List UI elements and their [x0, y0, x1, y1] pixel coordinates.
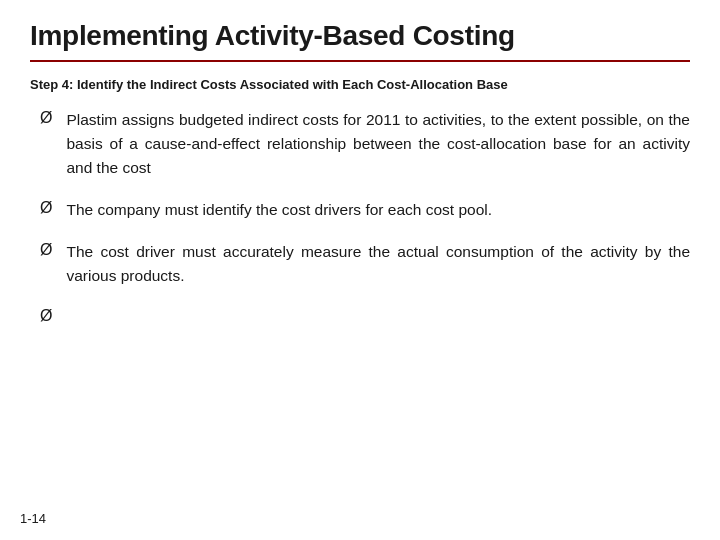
bullet-item-3: Ø The cost driver must accurately measur… — [40, 240, 690, 288]
bullet-symbol-1: Ø — [40, 109, 52, 127]
slide-title: Implementing Activity-Based Costing — [30, 20, 690, 52]
bullet-symbol-4: Ø — [40, 307, 52, 325]
step-label: Step 4: Identify the Indirect Costs Asso… — [30, 76, 690, 94]
title-section: Implementing Activity-Based Costing — [30, 20, 690, 62]
bullet-item-4: Ø — [40, 306, 690, 325]
bullet-symbol-2: Ø — [40, 199, 52, 217]
bullet-item-1: Ø Plastim assigns budgeted indirect cost… — [40, 108, 690, 180]
bullet-symbol-3: Ø — [40, 241, 52, 259]
content-area: Ø Plastim assigns budgeted indirect cost… — [30, 108, 690, 325]
slide: Implementing Activity-Based Costing Step… — [0, 0, 720, 540]
bullet-text-3: The cost driver must accurately measure … — [66, 240, 690, 288]
bullet-item-2: Ø The company must identify the cost dri… — [40, 198, 690, 222]
bullet-text-2: The company must identify the cost drive… — [66, 198, 492, 222]
bullet-text-1: Plastim assigns budgeted indirect costs … — [66, 108, 690, 180]
slide-number: 1-14 — [20, 511, 46, 526]
